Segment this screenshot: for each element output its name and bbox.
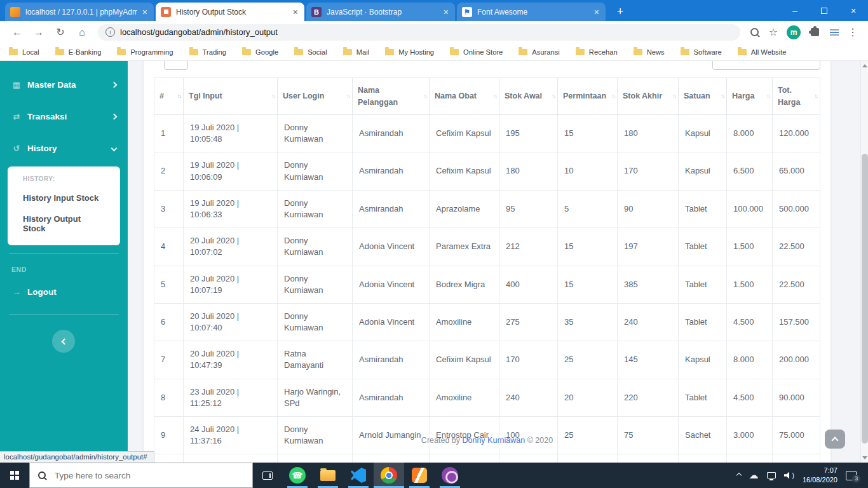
column-header[interactable]: Satuan↑↓: [679, 78, 727, 115]
tab-close-icon[interactable]: ×: [442, 8, 450, 17]
zoom-icon[interactable]: [750, 27, 760, 37]
home-button[interactable]: ⌂: [74, 27, 90, 38]
column-header[interactable]: Stok Awal↑↓: [499, 78, 558, 115]
back-button[interactable]: ←: [10, 27, 25, 38]
bookmark-folder[interactable]: All Website: [738, 48, 787, 56]
column-header[interactable]: Nama Obat↑↓: [430, 78, 499, 115]
tab-close-icon[interactable]: ×: [292, 8, 299, 17]
bookmark-folder[interactable]: Social: [294, 48, 327, 56]
table-cell: 5: [558, 190, 618, 227]
tab-close-icon[interactable]: ×: [593, 8, 600, 17]
volume-icon[interactable]: ): [784, 471, 794, 479]
bookmark-star-icon[interactable]: ☆: [769, 26, 778, 38]
table-cell: 8.000: [727, 341, 773, 379]
scrollbar-thumb[interactable]: [862, 154, 868, 444]
table-cell: 385: [618, 266, 679, 303]
table-cell: 100.000: [727, 190, 773, 227]
network-icon[interactable]: [767, 472, 776, 478]
task-view-button[interactable]: [253, 463, 282, 488]
submenu-item[interactable]: History Output Stock: [8, 208, 120, 239]
maximize-button[interactable]: [810, 0, 839, 21]
sidebar-item-master-data[interactable]: ▦Master Data: [0, 69, 128, 100]
submenu-item[interactable]: History Input Stock: [8, 187, 120, 208]
reload-button[interactable]: ↻: [53, 26, 68, 38]
bookmark-folder[interactable]: Trading: [189, 48, 227, 56]
bookmark-folder[interactable]: Recehan: [576, 48, 618, 56]
address-bar[interactable]: i localhost/gudangobat/admin/history_out…: [98, 24, 740, 41]
sidebar-end-heading: END: [0, 260, 128, 276]
browser-tab[interactable]: BJavaScript · Bootstrap×: [306, 3, 455, 21]
chrome-button[interactable]: [374, 463, 404, 488]
browser-menu-icon[interactable]: ⋮: [848, 26, 858, 38]
close-button[interactable]: ×: [839, 0, 868, 21]
clock-date: 16/08/2020: [803, 475, 837, 485]
extensions-icon[interactable]: [811, 28, 819, 36]
hidden-icons-chevron-icon[interactable]: [736, 473, 741, 478]
table-row: 420 Juli 2020 | 10:07:02Donny KurniawanA…: [154, 228, 820, 266]
author-link[interactable]: Donny Kurniawan: [462, 436, 525, 445]
browser-tab[interactable]: History Output Stock×: [156, 3, 304, 21]
entries-select[interactable]: [164, 61, 188, 70]
bookmark-folder[interactable]: News: [634, 48, 665, 56]
sidebar-item-manajemen-user[interactable]: ▪Manajemen User: [0, 61, 128, 69]
browser-tab[interactable]: ⚑Font Awesome×: [457, 3, 606, 21]
bookmark-folder[interactable]: Online Store: [450, 48, 503, 56]
bookmark-folder[interactable]: Asuransi: [519, 48, 560, 56]
forward-button[interactable]: →: [31, 27, 46, 38]
action-center-icon[interactable]: 3: [846, 471, 857, 480]
bookmark-folder[interactable]: Mail: [343, 48, 370, 56]
scrollbar-up-arrow[interactable]: [862, 64, 867, 67]
column-header[interactable]: Harga↑↓: [727, 78, 773, 115]
pinned-extension-icon[interactable]: [830, 29, 839, 36]
table-search-input[interactable]: [712, 61, 820, 70]
column-label: User Login: [283, 92, 324, 100]
column-header[interactable]: Tgl Input↑↓: [184, 78, 278, 115]
table-cell: 22.500: [773, 266, 820, 303]
maximize-icon: [821, 8, 827, 14]
profile-avatar[interactable]: m: [787, 25, 801, 39]
taskbar-clock[interactable]: 7:07 16/08/2020: [803, 466, 837, 485]
scrollbar-down-arrow[interactable]: [862, 456, 867, 459]
whatsapp-button[interactable]: ☎: [282, 463, 313, 488]
bookmark-folder[interactable]: Programming: [117, 48, 173, 56]
tab-close-icon[interactable]: ×: [141, 8, 149, 17]
new-tab-button[interactable]: +: [611, 3, 629, 20]
sidebar-collapse-button[interactable]: [52, 330, 75, 353]
table-cell: Tablet: [679, 379, 727, 416]
sidebar-item-transaksi[interactable]: ⇄Transaksi: [0, 100, 128, 132]
table-cell: 4.500: [727, 303, 773, 341]
taskbar-search-input[interactable]: [53, 470, 212, 481]
file-explorer-button[interactable]: [313, 463, 343, 488]
column-header[interactable]: Tot. Harga↑↓: [773, 78, 820, 115]
table-cell: 197: [618, 228, 679, 266]
page-info-icon[interactable]: i: [105, 27, 115, 37]
xampp-button[interactable]: [404, 463, 435, 488]
sidebar-item-logout[interactable]: → Logout: [0, 276, 128, 308]
vscode-button[interactable]: [343, 463, 374, 488]
start-button[interactable]: [0, 463, 29, 488]
media-app-button[interactable]: [435, 463, 465, 488]
browser-scrollbar[interactable]: [860, 61, 868, 463]
column-header[interactable]: #↑↓: [154, 78, 184, 115]
onedrive-cloud-icon[interactable]: ☁: [749, 470, 759, 481]
browser-tab[interactable]: localhost / 127.0.0.1 | phpMyAdm×: [5, 3, 154, 21]
bookmark-folder[interactable]: Google: [242, 48, 278, 56]
table-cell: 145: [618, 341, 679, 379]
bookmark-folder[interactable]: E-Banking: [55, 48, 102, 56]
bookmark-folder[interactable]: Software: [681, 48, 722, 56]
table-cell: Aprazolame: [430, 190, 499, 227]
table-cell: 8: [154, 379, 184, 416]
search-icon: [37, 471, 47, 480]
scroll-to-top-button[interactable]: [825, 430, 845, 449]
folder-icon: [189, 49, 198, 55]
table-cell: 90.000: [773, 379, 820, 416]
bookmark-folder[interactable]: Local: [9, 48, 39, 56]
column-header[interactable]: User Login↑↓: [278, 78, 353, 115]
sidebar-item-history[interactable]: ↺History: [0, 132, 128, 164]
column-header[interactable]: Stok Akhir↑↓: [618, 78, 679, 115]
column-header[interactable]: Nama Pelanggan↑↓: [353, 78, 430, 115]
minimize-button[interactable]: –: [780, 0, 810, 21]
column-header[interactable]: Permintaan↑↓: [558, 78, 618, 115]
taskbar-search[interactable]: [29, 463, 253, 488]
bookmark-folder[interactable]: My Hosting: [385, 48, 434, 56]
